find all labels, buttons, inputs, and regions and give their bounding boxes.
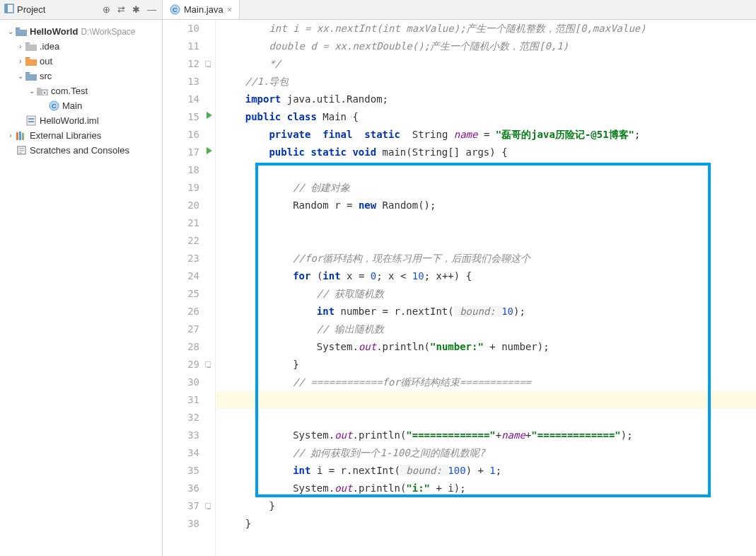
- code-line[interactable]: //for循环结构，现在练习用一下，后面我们会聊这个: [216, 250, 756, 267]
- code-line[interactable]: [216, 391, 756, 409]
- code-line[interactable]: [216, 232, 756, 250]
- code-line[interactable]: import java.util.Random;: [216, 91, 756, 108]
- code-line[interactable]: public static void main(String[] args) {: [216, 144, 756, 161]
- expand-all-icon[interactable]: ⇄: [116, 3, 127, 16]
- gutter-line[interactable]: 19: [163, 179, 215, 197]
- tree-arrow-icon[interactable]: ›: [16, 42, 25, 50]
- code-line[interactable]: // ============for循环结构结束============: [216, 373, 756, 391]
- gutter-line[interactable]: 27: [163, 320, 215, 338]
- code-line[interactable]: int i = r.nextInt( bound: 100) + 1;: [216, 462, 756, 480]
- gutter-line[interactable]: 22: [163, 232, 215, 250]
- code-line[interactable]: */: [216, 55, 756, 73]
- gutter-line[interactable]: 17: [163, 144, 215, 161]
- gutter-line[interactable]: 33: [163, 427, 215, 444]
- code-line[interactable]: [216, 161, 756, 179]
- code-line[interactable]: //1.导包: [216, 73, 756, 91]
- ide-container: Project ⊕ ⇄ ✱ — ⌄HelloWorldD:\WorkSpace›…: [0, 0, 756, 556]
- tree-arrow-icon[interactable]: ⌄: [16, 72, 25, 80]
- class-icon: C: [48, 101, 59, 111]
- code-line[interactable]: // 输出随机数: [216, 320, 756, 338]
- fold-gutter-icon[interactable]: [205, 361, 211, 367]
- code-line[interactable]: System.out.println("i:" + i);: [216, 480, 756, 497]
- gutter-line[interactable]: 34: [163, 444, 215, 462]
- tree-arrow-icon[interactable]: ›: [16, 57, 25, 65]
- gutter-line[interactable]: 23: [163, 250, 215, 267]
- iml-icon: [25, 116, 37, 126]
- code-line[interactable]: System.out.println("============="+name+…: [216, 427, 756, 444]
- gutter-line[interactable]: 12: [163, 55, 215, 73]
- gutter-line[interactable]: 29: [163, 356, 215, 373]
- gutter-line[interactable]: 18: [163, 161, 215, 179]
- code-line[interactable]: }: [216, 356, 756, 373]
- tree-arrow-icon[interactable]: ⌄: [6, 28, 16, 35]
- scratch-icon: [16, 146, 27, 156]
- gutter-line[interactable]: 11: [163, 37, 215, 55]
- code-line[interactable]: }: [216, 497, 756, 515]
- code-line[interactable]: }: [216, 515, 756, 533]
- code-line[interactable]: private final static String name = "磊哥的j…: [216, 126, 756, 144]
- project-sidebar: Project ⊕ ⇄ ✱ — ⌄HelloWorldD:\WorkSpace›…: [0, 0, 163, 556]
- fold-gutter-icon[interactable]: [205, 61, 211, 66]
- code-line[interactable]: for (int x = 0; x < 10; x++) {: [216, 267, 756, 285]
- tree-arrow-icon[interactable]: ›: [6, 132, 16, 139]
- code-line[interactable]: [216, 214, 756, 232]
- gutter-line[interactable]: 15: [163, 108, 215, 126]
- editor-area: C Main.java × 10111213141516171819202122…: [163, 0, 756, 556]
- gutter-line[interactable]: 31: [163, 391, 215, 409]
- code-line[interactable]: // 创建对象: [216, 179, 756, 197]
- gutter-line[interactable]: 37: [163, 497, 215, 515]
- tree-item-out[interactable]: ›out: [0, 54, 162, 69]
- tree-item-com-test[interactable]: ⌄com.Test: [0, 83, 162, 98]
- project-tree: ⌄HelloWorldD:\WorkSpace›.idea›out⌄src⌄co…: [0, 20, 162, 162]
- code-line[interactable]: public class Main {: [216, 108, 756, 126]
- gutter-line[interactable]: 16: [163, 126, 215, 144]
- tree-item-scratches-and-consoles[interactable]: Scratches and Consoles: [0, 143, 162, 158]
- gutter-line[interactable]: 28: [163, 338, 215, 356]
- fold-gutter-icon[interactable]: [205, 503, 211, 509]
- tree-item-external-libraries[interactable]: ›External Libraries: [0, 128, 162, 143]
- java-class-icon: C: [170, 4, 180, 15]
- gutter-line[interactable]: 36: [163, 480, 215, 497]
- tree-item-helloworld-iml[interactable]: HelloWorld.iml: [0, 113, 162, 128]
- run-gutter-icon[interactable]: [207, 112, 212, 119]
- code-line[interactable]: // 如何获取到一个1-100之间的随机数呢?: [216, 444, 756, 462]
- gutter-line[interactable]: 10: [163, 20, 215, 37]
- tree-item-helloworld[interactable]: ⌄HelloWorldD:\WorkSpace: [0, 24, 162, 39]
- gutter-line[interactable]: 30: [163, 373, 215, 391]
- code-line[interactable]: [216, 409, 756, 427]
- tree-item-main[interactable]: CMain: [0, 98, 162, 113]
- gutter-line[interactable]: 24: [163, 267, 215, 285]
- package-icon: [37, 86, 48, 96]
- gutter-line[interactable]: 13: [163, 73, 215, 91]
- select-opened-file-icon[interactable]: ⊕: [101, 3, 112, 16]
- gutter-line[interactable]: 25: [163, 285, 215, 303]
- tree-arrow-icon[interactable]: ⌄: [27, 87, 37, 95]
- tree-item-src[interactable]: ⌄src: [0, 69, 162, 83]
- svg-point-3: [44, 92, 46, 94]
- lib-icon: [16, 131, 27, 141]
- tab-close-icon[interactable]: ×: [227, 4, 233, 15]
- code-line[interactable]: int i = xx.nextInt(int maxValue);产生一个随机整…: [216, 20, 756, 37]
- settings-icon[interactable]: ✱: [131, 3, 141, 16]
- gutter-line[interactable]: 38: [163, 515, 215, 533]
- gutter-line[interactable]: 20: [163, 197, 215, 214]
- gutter-line[interactable]: 14: [163, 91, 215, 108]
- code-line[interactable]: double d = xx.nextDouble();产生一个随机小数，范围[0…: [216, 37, 756, 55]
- svg-rect-8: [28, 121, 34, 122]
- tree-item-path: D:\WorkSpace: [81, 27, 135, 37]
- gutter-line[interactable]: 32: [163, 409, 215, 427]
- tree-item-label: External Libraries: [30, 130, 101, 141]
- code-line[interactable]: Random r = new Random();: [216, 197, 756, 214]
- tree-item--idea[interactable]: ›.idea: [0, 39, 162, 54]
- collapse-icon[interactable]: —: [146, 3, 158, 16]
- svg-text:C: C: [173, 6, 178, 13]
- run-gutter-icon[interactable]: [207, 147, 212, 154]
- gutter-line[interactable]: 21: [163, 214, 215, 232]
- code-line[interactable]: int number = r.nextInt( bound: 10);: [216, 303, 756, 320]
- gutter-line[interactable]: 35: [163, 462, 215, 480]
- code-line[interactable]: System.out.println("number:" + number);: [216, 338, 756, 356]
- code-line[interactable]: // 获取随机数: [216, 285, 756, 303]
- editor-tab-main[interactable]: C Main.java ×: [163, 0, 240, 19]
- code-area[interactable]: int i = xx.nextInt(int maxValue);产生一个随机整…: [216, 20, 756, 556]
- gutter-line[interactable]: 26: [163, 303, 215, 320]
